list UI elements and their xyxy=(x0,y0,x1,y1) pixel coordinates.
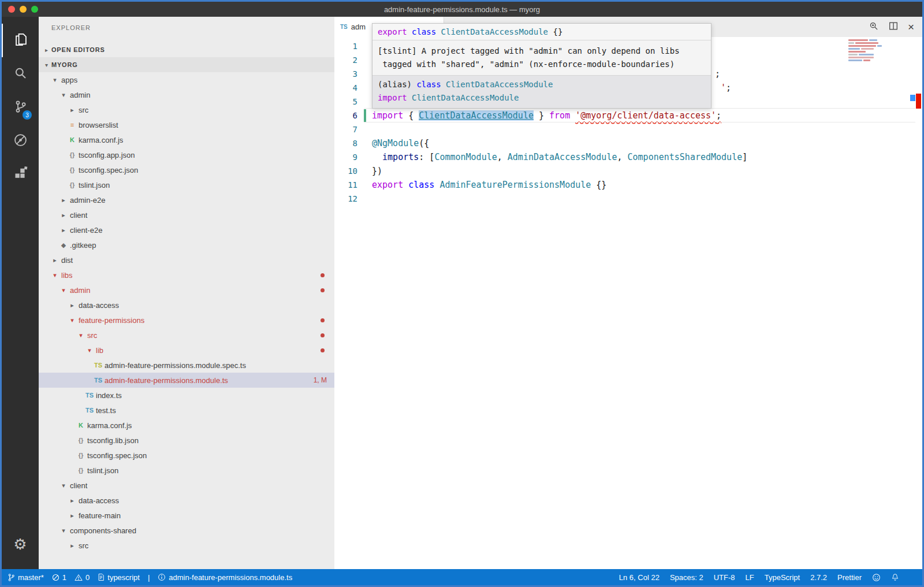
tree-item-libs[interactable]: ▾libs xyxy=(39,268,334,283)
tree-item-admin-feature-permissions.module.spec.ts[interactable]: TSadmin-feature-permissions.module.spec.… xyxy=(39,358,334,373)
warning-count[interactable]: 0 xyxy=(74,573,90,582)
tree-item-admin[interactable]: ▾admin xyxy=(39,87,334,102)
tree-item-test.ts[interactable]: TStest.ts xyxy=(39,403,334,418)
git-branch-status[interactable]: master* xyxy=(8,573,44,582)
manage-button[interactable]: ⚙ xyxy=(2,527,39,561)
minimap[interactable] xyxy=(848,39,885,62)
close-window-button[interactable] xyxy=(8,6,15,13)
error-count[interactable]: 1 xyxy=(52,573,66,582)
code-editor[interactable]: 123456789101112 ;';import { ClientDataAc… xyxy=(334,37,922,569)
scm-change-count-badge: 3 xyxy=(23,110,32,120)
chevron-down-icon: ▾ xyxy=(42,62,51,68)
tree-item-tsconfig.lib.json[interactable]: {}tsconfig.lib.json xyxy=(39,433,334,448)
tree-item-src[interactable]: ▾src xyxy=(39,328,334,343)
tree-item-tslint.json[interactable]: {}tslint.json xyxy=(39,463,334,478)
tree-item-browserslist[interactable]: ≡browserslist xyxy=(39,117,334,132)
code-line-6[interactable]: import { ClientDataAccessModule } from '… xyxy=(372,109,910,122)
tree-item-data-access[interactable]: ▸data-access xyxy=(39,493,334,508)
gear-icon: ⚙ xyxy=(13,537,27,552)
tree-item-src[interactable]: ▸src xyxy=(39,538,334,553)
tree-item-karma.conf.js[interactable]: Kkarma.conf.js xyxy=(39,418,334,433)
tree-item-label: data-access xyxy=(79,496,119,505)
ts-version-label: 2.7.2 xyxy=(810,573,827,582)
zoom-window-button[interactable] xyxy=(31,6,38,13)
minimize-window-button[interactable] xyxy=(20,6,27,13)
file-status[interactable]: admin-feature-permissions.module.ts xyxy=(158,573,292,582)
chevron-right-icon: ▸ xyxy=(58,211,69,219)
tree-item-admin-e2e[interactable]: ▸admin-e2e xyxy=(39,192,334,207)
tree-item-components-shared[interactable]: ▾components-shared xyxy=(39,523,334,538)
code-line-10[interactable]: }) xyxy=(372,164,910,178)
line-number-8: 8 xyxy=(334,136,357,150)
tree-item-index.ts[interactable]: TSindex.ts xyxy=(39,388,334,403)
split-editor-button[interactable] xyxy=(888,21,899,34)
tree-item-client[interactable]: ▸client xyxy=(39,207,334,222)
eol[interactable]: LF xyxy=(746,573,754,582)
tree-item-label: libs xyxy=(61,271,73,280)
tree-item-label: lib xyxy=(96,346,103,355)
chevron-right-icon: ▸ xyxy=(67,512,77,519)
tree-item-label: tsconfig.lib.json xyxy=(87,436,139,445)
feedback[interactable] xyxy=(872,573,881,582)
language-mode[interactable]: TypeScript xyxy=(765,573,800,582)
tree-item-tsconfig.spec.json[interactable]: {}tsconfig.spec.json xyxy=(39,448,334,463)
source-control-activity-button[interactable]: 3 xyxy=(2,91,39,124)
open-editors-header[interactable]: ▸ OPEN EDITORS xyxy=(39,42,334,57)
tree-item-feature-permissions[interactable]: ▾feature-permissions xyxy=(39,313,334,328)
git-modified-dot xyxy=(321,288,325,292)
tree-item-.gitkeep[interactable]: ◆.gitkeep xyxy=(39,237,334,252)
workspace-header[interactable]: ▾ MYORG xyxy=(39,57,334,72)
tree-item-dist[interactable]: ▸dist xyxy=(39,252,334,268)
tree-item-label: tslint.json xyxy=(87,466,118,475)
tree-item-label: admin-feature-permissions.module.spec.ts xyxy=(105,361,246,370)
git-branch-status-label: master* xyxy=(18,573,44,582)
search-activity-button[interactable] xyxy=(2,57,39,91)
hover-alias: (alias) class ClientDataAccessModuleimpo… xyxy=(372,76,711,108)
typescript-file-icon: TS xyxy=(340,24,348,30)
tree-item-label: tsconfig.spec.json xyxy=(79,166,138,174)
split-editor-icon xyxy=(888,21,899,34)
tree-item-data-access[interactable]: ▸data-access xyxy=(39,298,334,313)
indentation[interactable]: Spaces: 2 xyxy=(670,573,703,582)
tree-item-label: client xyxy=(70,211,87,220)
code-line-9[interactable]: imports: [CommonModule, AdminDataAccessM… xyxy=(372,150,910,164)
info-icon xyxy=(158,573,166,581)
tree-item-src[interactable]: ▸src xyxy=(39,102,334,117)
line-number-5: 5 xyxy=(334,95,357,109)
code-line-11[interactable]: export class AdminFeaturePermissionsModu… xyxy=(372,178,910,192)
extensions-activity-button[interactable] xyxy=(2,158,39,191)
tree-item-admin-feature-permissions.module.ts[interactable]: TSadmin-feature-permissions.module.ts1, … xyxy=(39,373,334,388)
tree-item-lib[interactable]: ▾lib xyxy=(39,343,334,358)
ts-blue-icon: TS xyxy=(84,407,95,414)
tree-item-admin[interactable]: ▾admin xyxy=(39,283,334,298)
explorer-activity-button[interactable] xyxy=(2,24,39,57)
ts-version[interactable]: 2.7.2 xyxy=(810,573,827,582)
hover-signature: export class ClientDataAccessModule {} xyxy=(372,24,711,40)
tree-item-client[interactable]: ▾client xyxy=(39,478,334,493)
indentation-label: Spaces: 2 xyxy=(670,573,703,582)
linter-status[interactable]: typescript xyxy=(98,573,140,582)
open-changes-button[interactable] xyxy=(869,21,879,34)
debug-activity-button[interactable] xyxy=(2,124,39,158)
code-line-8[interactable]: @NgModule({ xyxy=(372,136,910,150)
tree-item-feature-main[interactable]: ▸feature-main xyxy=(39,508,334,523)
tree-item-label: data-access xyxy=(79,301,119,310)
tree-item-client-e2e[interactable]: ▸client-e2e xyxy=(39,222,334,237)
code-line-7[interactable] xyxy=(372,122,910,136)
tree-item-apps[interactable]: ▾apps xyxy=(39,72,334,87)
chevron-down-icon: ▾ xyxy=(84,347,95,354)
formatter[interactable]: Prettier xyxy=(837,573,862,582)
tree-item-tsconfig.app.json[interactable]: {}tsconfig.app.json xyxy=(39,147,334,162)
karma-icon: K xyxy=(67,136,77,143)
tree-item-tslint.json[interactable]: {}tslint.json xyxy=(39,177,334,192)
code-line-12[interactable] xyxy=(372,192,910,206)
formatter-label: Prettier xyxy=(837,573,862,582)
notifications[interactable] xyxy=(891,573,899,581)
line-number-10: 10 xyxy=(334,164,357,178)
close-editor-button[interactable]: × xyxy=(908,21,914,32)
encoding[interactable]: UTF-8 xyxy=(714,573,735,582)
cursor-position[interactable]: Ln 6, Col 22 xyxy=(619,573,660,582)
tree-item-karma.conf.js[interactable]: Kkarma.conf.js xyxy=(39,132,334,147)
chevron-down-icon: ▾ xyxy=(76,332,86,339)
tree-item-tsconfig.spec.json[interactable]: {}tsconfig.spec.json xyxy=(39,162,334,177)
